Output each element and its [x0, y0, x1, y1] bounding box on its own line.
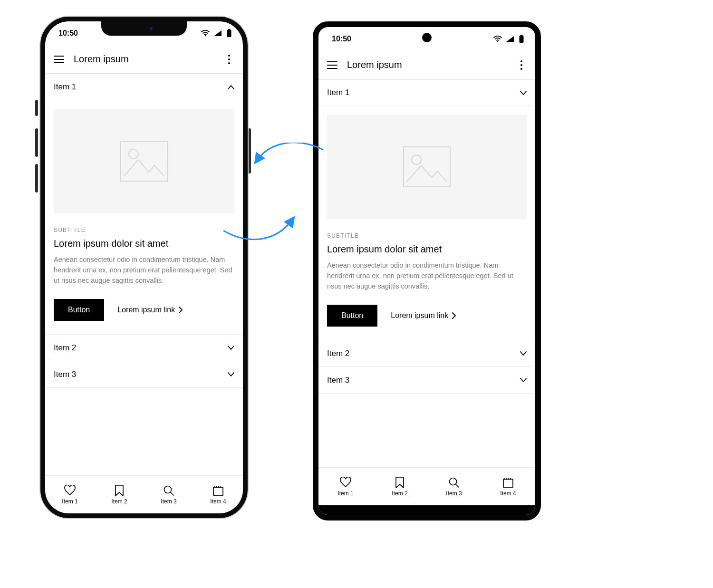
app-bar: Lorem ipsum: [45, 45, 243, 74]
menu-button[interactable]: [52, 52, 66, 67]
accordion-label: Item 2: [327, 349, 349, 358]
ios-side-button: [35, 164, 38, 193]
chevron-up-icon: [228, 85, 234, 89]
battery-icon: [518, 35, 525, 43]
nav-item-4[interactable]: Item 4: [481, 468, 535, 505]
bottom-nav: Item 1 Item 2 Item 3 Item 4: [45, 475, 243, 513]
nav-item-3[interactable]: Item 3: [427, 468, 481, 505]
svg-point-18: [520, 68, 522, 70]
ios-side-button: [248, 128, 251, 174]
card-title: Lorem ipsum dolor sit amet: [54, 238, 234, 249]
accordion-label: Item 1: [327, 88, 349, 97]
accordion-item-2[interactable]: Item 2: [318, 340, 535, 367]
heart-icon: [340, 477, 351, 488]
card-link-label: Lorem ipsum link: [117, 306, 175, 314]
accordion-item-3[interactable]: Item 3: [318, 367, 535, 394]
chevron-down-icon: [228, 346, 234, 350]
bookmark-icon: [394, 477, 405, 488]
hamburger-icon: [54, 56, 64, 63]
search-icon: [448, 477, 460, 488]
svg-marker-13: [506, 36, 514, 42]
card: SUBTITLE Lorem ipsum dolor sit amet Aene…: [45, 100, 243, 335]
app-bar: Lorem ipsum: [318, 51, 535, 79]
nav-item-3[interactable]: Item 3: [144, 476, 193, 513]
svg-point-21: [450, 478, 457, 485]
hamburger-icon: [327, 61, 337, 69]
card-subtitle: SUBTITLE: [54, 227, 234, 233]
svg-point-4: [228, 55, 230, 57]
signal-icon: [213, 30, 222, 37]
card-body: Aenean consectetur odio in condimentum t…: [54, 255, 234, 286]
svg-rect-3: [227, 30, 231, 37]
menu-button[interactable]: [325, 58, 339, 72]
accordion-item-3[interactable]: Item 3: [45, 361, 243, 388]
nav-label: Item 4: [500, 490, 516, 497]
nav-label: Item 3: [446, 490, 462, 497]
svg-point-8: [129, 149, 138, 159]
primary-button[interactable]: Button: [327, 305, 377, 327]
nav-label: Item 4: [210, 498, 226, 505]
svg-point-12: [497, 41, 499, 42]
svg-point-6: [228, 62, 230, 64]
accordion-item-1[interactable]: Item 1: [45, 74, 243, 100]
nav-label: Item 3: [161, 498, 176, 505]
app-title: Lorem ipsum: [347, 59, 514, 70]
accordion-label: Item 3: [54, 370, 76, 379]
search-icon: [163, 485, 174, 496]
android-camera-punch: [422, 33, 432, 42]
image-placeholder: [54, 109, 234, 213]
kebab-icon: [520, 60, 523, 70]
accordion-label: Item 2: [54, 343, 76, 353]
card-link[interactable]: Lorem ipsum link: [117, 306, 183, 314]
svg-point-17: [520, 64, 522, 66]
ios-notch: [101, 21, 187, 36]
svg-rect-19: [404, 147, 450, 187]
svg-rect-15: [520, 36, 524, 43]
card-title: Lorem ipsum dolor sit amet: [327, 244, 527, 255]
nav-label: Item 1: [337, 490, 353, 497]
primary-button[interactable]: Button: [54, 299, 104, 321]
card-link[interactable]: Lorem ipsum link: [391, 311, 456, 320]
android-nav-bar: [318, 505, 535, 515]
card: SUBTITLE Lorem ipsum dolor sit amet Aene…: [318, 106, 535, 340]
wifi-icon: [201, 30, 210, 37]
svg-point-20: [412, 155, 421, 164]
image-placeholder: [327, 115, 527, 219]
chevron-right-icon: [179, 307, 183, 313]
accordion-label: Item 1: [54, 82, 76, 92]
chevron-down-icon: [520, 91, 527, 95]
svg-line-22: [456, 484, 459, 487]
nav-item-1[interactable]: Item 1: [318, 468, 373, 505]
nav-label: Item 1: [62, 498, 77, 505]
status-time: 10:50: [329, 35, 351, 43]
image-icon: [120, 141, 168, 182]
svg-rect-23: [503, 479, 513, 487]
accordion-label: Item 3: [327, 376, 349, 385]
nav-item-4[interactable]: Item 4: [193, 476, 243, 513]
accordion-item-1[interactable]: Item 1: [318, 79, 535, 106]
card-subtitle: SUBTITLE: [327, 232, 527, 239]
battery-icon: [226, 29, 232, 38]
svg-point-9: [164, 486, 172, 493]
accordion-item-2[interactable]: Item 2: [45, 335, 243, 361]
nav-item-1[interactable]: Item 1: [45, 476, 95, 513]
svg-point-16: [520, 60, 522, 62]
kebab-icon: [228, 54, 231, 65]
overflow-button[interactable]: [514, 58, 529, 72]
nav-label: Item 2: [111, 498, 127, 505]
svg-rect-2: [228, 29, 230, 30]
svg-marker-1: [214, 30, 222, 36]
heart-icon: [64, 485, 76, 496]
calendar-icon: [212, 485, 224, 496]
chevron-down-icon: [520, 378, 527, 382]
card-link-label: Lorem ipsum link: [391, 311, 448, 320]
overflow-button[interactable]: [222, 52, 236, 67]
nav-item-2[interactable]: Item 2: [95, 476, 144, 513]
nav-item-2[interactable]: Item 2: [373, 468, 427, 505]
chevron-down-icon: [520, 351, 527, 356]
svg-rect-11: [213, 487, 223, 495]
svg-line-10: [171, 492, 173, 495]
chevron-down-icon: [228, 372, 234, 376]
card-body: Aenean consectetur odio in condimentum t…: [327, 260, 527, 291]
ios-side-button: [35, 128, 38, 157]
